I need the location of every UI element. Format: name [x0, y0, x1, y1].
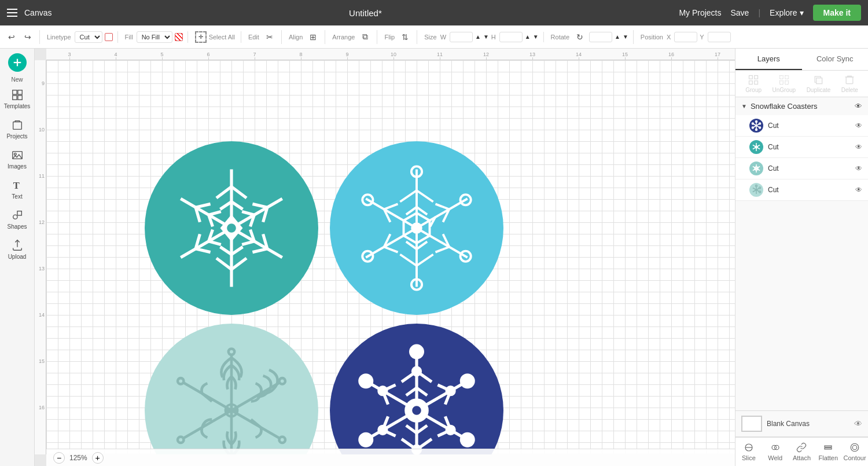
- arrange-button[interactable]: ⧉: [358, 30, 372, 44]
- group-label: Group: [745, 87, 762, 93]
- coaster-mint[interactable]: [145, 324, 318, 454]
- position-x-input[interactable]: [674, 32, 697, 42]
- attach-button[interactable]: Attach: [789, 438, 815, 466]
- topbar: Canvas Untitled* My Projects Save | Expl…: [0, 0, 868, 25]
- size-h-arrow-down[interactable]: ▼: [533, 34, 539, 40]
- layer-1-visibility-icon[interactable]: 👁: [855, 122, 862, 130]
- rotate-button[interactable]: ↻: [573, 30, 587, 44]
- rotate-input[interactable]: [589, 32, 612, 42]
- svg-rect-3: [17, 90, 21, 94]
- svg-rect-11: [17, 211, 21, 215]
- redo-button[interactable]: ↪: [21, 30, 35, 44]
- svg-rect-6: [13, 122, 21, 130]
- make-it-button[interactable]: Make it: [813, 5, 861, 21]
- position-x-label: X: [667, 34, 671, 41]
- linetype-color-swatch[interactable]: [105, 33, 113, 41]
- my-projects-link[interactable]: My Projects: [679, 8, 721, 17]
- hamburger-menu[interactable]: [7, 9, 17, 17]
- new-label: New: [11, 76, 23, 83]
- zoom-bar: − 125% +: [46, 449, 735, 466]
- fill-label: Fill: [125, 34, 133, 41]
- weld-button[interactable]: Weld: [762, 438, 789, 466]
- layer-group-header[interactable]: ▼ Snowflake Coasters 👁: [735, 97, 868, 115]
- layer-3-visibility-icon[interactable]: 👁: [855, 164, 862, 173]
- templates-label: Templates: [4, 103, 31, 109]
- tab-color-sync[interactable]: Color Sync: [802, 49, 869, 70]
- new-button[interactable]: [8, 53, 27, 72]
- sidebar-item-upload[interactable]: Upload: [2, 236, 32, 263]
- size-w-input[interactable]: [450, 32, 473, 42]
- svg-line-66: [384, 204, 398, 209]
- position-y-input[interactable]: [708, 32, 731, 42]
- edit-button[interactable]: ✂: [263, 30, 277, 44]
- svg-line-96: [406, 425, 417, 433]
- duplicate-button[interactable]: Duplicate: [807, 74, 831, 93]
- snowflake-teal: [156, 153, 307, 303]
- arrange-label: Arrange: [332, 34, 355, 41]
- sidebar-item-text[interactable]: T Text: [2, 175, 32, 203]
- coaster-navy[interactable]: [330, 324, 503, 454]
- size-w-arrow-up[interactable]: ▲: [475, 34, 481, 40]
- zoom-in-button[interactable]: +: [92, 452, 104, 464]
- flip-button[interactable]: ⇅: [398, 30, 412, 44]
- group-button[interactable]: Group: [745, 74, 762, 93]
- group-visibility-icon[interactable]: 👁: [855, 102, 862, 111]
- fill-color-swatch[interactable]: [175, 33, 183, 41]
- svg-rect-121: [779, 81, 783, 85]
- layer-thumb-3: [749, 162, 763, 175]
- ungroup-button[interactable]: UnGroup: [773, 74, 796, 93]
- linetype-select[interactable]: Cut: [75, 31, 102, 43]
- sidebar-item-shapes[interactable]: Shapes: [2, 206, 32, 233]
- fill-select[interactable]: No Fill: [137, 31, 172, 43]
- layer-4-visibility-icon[interactable]: 👁: [855, 186, 862, 194]
- svg-point-69: [412, 223, 421, 233]
- svg-point-148: [759, 191, 761, 193]
- flatten-button[interactable]: Flatten: [815, 438, 841, 466]
- layer-item-1[interactable]: Cut 👁: [735, 115, 868, 137]
- contour-button[interactable]: Contour: [841, 438, 868, 466]
- select-all-button[interactable]: ✛: [195, 31, 207, 43]
- explore-button[interactable]: Explore ▾: [770, 8, 803, 17]
- coaster-teal[interactable]: [145, 141, 318, 315]
- layer-item-4[interactable]: Cut 👁: [735, 179, 868, 201]
- svg-point-112: [379, 387, 387, 395]
- tab-layers[interactable]: Layers: [735, 49, 802, 70]
- rotate-arrow-down[interactable]: ▼: [623, 34, 628, 40]
- svg-line-56: [436, 204, 450, 209]
- save-button[interactable]: Save: [731, 8, 749, 17]
- sidebar-item-projects[interactable]: Projects: [2, 115, 32, 143]
- layer-4-label: Cut: [768, 186, 851, 194]
- shapes-label: Shapes: [8, 223, 27, 230]
- layer-1-label: Cut: [768, 122, 851, 130]
- slice-button[interactable]: Slice: [735, 438, 762, 466]
- ungroup-label: UnGroup: [773, 87, 796, 93]
- align-button[interactable]: ⊞: [306, 30, 320, 44]
- layer-item-2[interactable]: Cut 👁: [735, 137, 868, 158]
- undo-button[interactable]: ↩: [5, 30, 19, 44]
- size-h-input[interactable]: [499, 32, 523, 42]
- coaster-light-blue[interactable]: [330, 141, 503, 315]
- svg-line-65: [384, 247, 398, 252]
- size-w-arrow-down[interactable]: ▼: [483, 34, 489, 40]
- divider: |: [758, 8, 760, 17]
- layer-2-visibility-icon[interactable]: 👁: [855, 143, 862, 151]
- chevron-down-icon: ▾: [800, 8, 804, 17]
- sidebar-item-images[interactable]: Images: [2, 145, 32, 173]
- rotate-arrow-up[interactable]: ▲: [615, 34, 620, 40]
- svg-line-61: [400, 255, 417, 266]
- zoom-out-button[interactable]: −: [53, 452, 65, 464]
- svg-point-132: [756, 129, 757, 131]
- svg-line-52: [400, 190, 417, 202]
- svg-point-131: [759, 127, 761, 129]
- group-name: Snowflake Coasters: [751, 102, 851, 111]
- layer-thumb-1: [749, 119, 763, 133]
- canvas-area[interactable]: 34567891011121314151617 910111213141516: [35, 49, 735, 466]
- layer-item-3[interactable]: Cut 👁: [735, 158, 868, 179]
- ruler-vertical: 910111213141516: [35, 60, 46, 454]
- blank-canvas-eye-icon[interactable]: 👁: [854, 419, 862, 428]
- svg-line-24: [252, 249, 267, 252]
- size-h-arrow-up[interactable]: ▲: [525, 34, 531, 40]
- delete-button[interactable]: Delete: [841, 74, 858, 93]
- svg-point-108: [447, 387, 454, 395]
- sidebar-item-templates[interactable]: Templates: [2, 85, 32, 113]
